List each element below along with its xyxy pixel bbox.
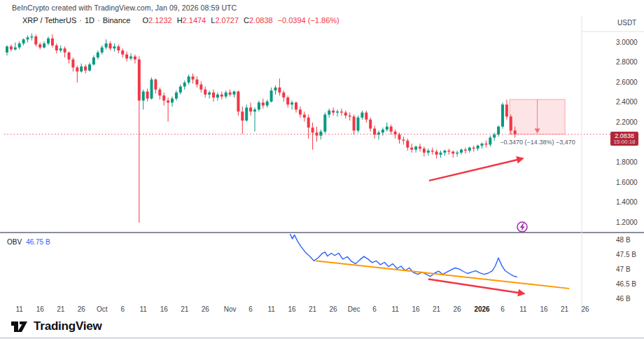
uptrend-arrow[interactable] <box>429 158 522 180</box>
price-tick: 2.2000 <box>616 118 638 127</box>
price-tick: 1.8000 <box>616 158 638 167</box>
obv-tick: 46.5 B <box>616 280 636 289</box>
open-value: 2.1232 <box>148 16 172 25</box>
chart-canvas[interactable] <box>0 0 644 339</box>
price-tick: 2.8000 <box>616 58 638 67</box>
price-tick: 2.4000 <box>616 98 638 106</box>
chart-window: BeInCrypto created with TradingView.com,… <box>0 0 644 339</box>
obv-value: 46.75 B <box>26 238 50 246</box>
obv-tick: 47 B <box>616 265 631 274</box>
bar-countdown: 15:00:18 <box>610 139 638 145</box>
close-label: C <box>244 16 249 25</box>
high-label: H <box>177 16 183 25</box>
symbol-interval[interactable]: 1D <box>85 16 94 25</box>
open-label: O <box>142 16 148 25</box>
separator-dot: · <box>97 16 100 25</box>
change-value: −0.0394 (−1.86%) <box>278 16 340 25</box>
credit-line: BeInCrypto created with TradingView.com,… <box>12 4 237 12</box>
time-tick: 26 <box>193 305 217 313</box>
footer: TradingView <box>10 319 102 334</box>
obv-indicator-row: OBV46.75 B <box>7 238 50 246</box>
high-value: 2.1474 <box>183 16 206 25</box>
price-tick: 3.0000 <box>616 39 638 47</box>
obv-tick: 46 B <box>616 295 631 303</box>
brand-name: TradingView <box>34 319 102 333</box>
symbol-row: XRP / TetherUS·1D·BinanceO2.1232H2.1474L… <box>22 16 340 25</box>
price-tick: 2.6000 <box>616 78 638 87</box>
separator-dot: · <box>79 16 82 25</box>
time-tick: 26 <box>445 305 469 313</box>
current-price-badge: 2.0838 15:00:18 <box>610 132 638 146</box>
obv-tick: 47.5 B <box>616 251 636 259</box>
price-tick: 1.4000 <box>616 198 638 207</box>
tradingview-logo-icon[interactable] <box>10 319 29 334</box>
price-tick: 1.2000 <box>616 219 638 227</box>
price-tick: 1.6000 <box>616 179 638 187</box>
time-tick: 26 <box>573 305 597 313</box>
obv-label[interactable]: OBV <box>7 238 22 246</box>
measure-label: −0.3470 (−14.38%) −3,470 <box>481 139 594 146</box>
obv-tick: 48 B <box>616 236 631 244</box>
close-value: 2.0838 <box>249 16 273 25</box>
symbol-name[interactable]: XRP / TetherUS <box>22 16 76 25</box>
symbol-exchange: Binance <box>103 16 131 25</box>
obv-trendline[interactable] <box>316 261 568 288</box>
obv-downtrend-arrow[interactable] <box>428 279 524 293</box>
price-axis-currency: USDT <box>617 19 636 27</box>
low-value: 2.0727 <box>215 16 239 25</box>
ohlc-values: O2.1232H2.1474L2.0727C2.0838−0.0394 (−1.… <box>137 16 339 25</box>
candles <box>6 34 517 223</box>
